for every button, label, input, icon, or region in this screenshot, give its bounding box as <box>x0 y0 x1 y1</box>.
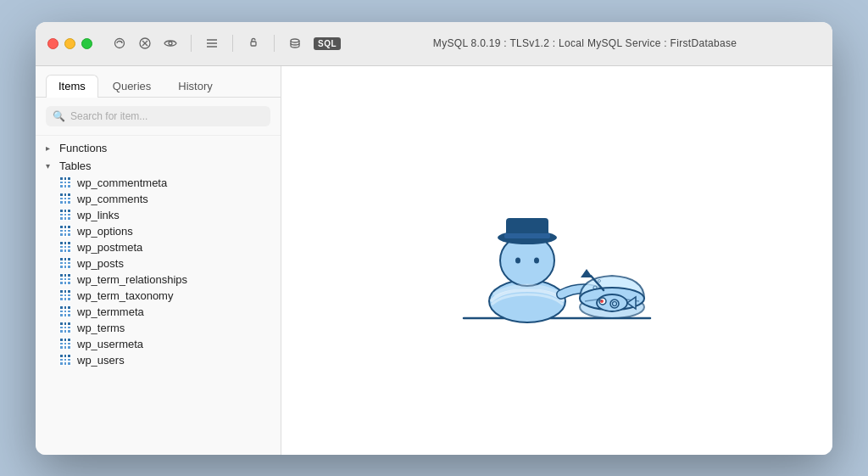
tree-item-tables[interactable]: ▾ Tables <box>36 157 281 175</box>
list-item[interactable]: wp_usermeta <box>36 336 281 352</box>
tree-item-functions[interactable]: ▸ Functions <box>36 139 281 157</box>
table-icon <box>59 176 71 188</box>
key-icon[interactable] <box>247 36 260 50</box>
chevron-functions: ▸ <box>46 143 56 153</box>
titlebar-icons: SQL <box>113 35 341 52</box>
right-panel <box>281 66 832 455</box>
table-icon <box>59 289 71 301</box>
connection-info: MySQL 8.0.19 : TLSv1.2 : Local MySQL Ser… <box>349 37 821 49</box>
list-item[interactable]: wp_term_taxonomy <box>36 288 281 304</box>
table-icon <box>59 305 71 317</box>
list-icon[interactable] <box>205 36 219 50</box>
svg-rect-8 <box>251 42 256 46</box>
svg-point-4 <box>169 42 172 45</box>
list-item[interactable]: wp_options <box>36 223 281 239</box>
list-item[interactable]: wp_commentmeta <box>36 175 281 191</box>
svg-point-16 <box>515 257 520 263</box>
maximize-button[interactable] <box>81 38 92 49</box>
close-button[interactable] <box>47 38 58 49</box>
list-item[interactable]: wp_term_relationships <box>36 272 281 288</box>
table-icon <box>59 241 71 253</box>
list-item[interactable]: wp_terms <box>36 320 281 336</box>
svg-rect-15 <box>504 233 550 238</box>
svg-point-23 <box>600 300 602 301</box>
svg-marker-26 <box>581 269 593 277</box>
main-window: SQL MySQL 8.0.19 : TLSv1.2 : Local MySQL… <box>36 22 832 455</box>
divider2 <box>232 35 233 52</box>
search-bar: 🔍 <box>36 98 281 136</box>
svg-point-17 <box>534 257 539 263</box>
search-wrapper: 🔍 <box>46 106 270 126</box>
table-icon <box>59 257 71 269</box>
list-item[interactable]: wp_users <box>36 352 281 368</box>
traffic-lights <box>47 38 92 49</box>
table-icon <box>59 322 71 333</box>
search-input[interactable] <box>70 110 264 122</box>
database-icon[interactable] <box>288 36 302 50</box>
stop-icon[interactable] <box>138 36 152 50</box>
table-icon <box>59 209 71 221</box>
list-item[interactable]: wp_termmeta <box>36 304 281 320</box>
list-item[interactable]: wp_links <box>36 207 281 223</box>
table-icon <box>59 225 71 237</box>
divider3 <box>274 35 275 52</box>
svg-point-0 <box>115 39 125 48</box>
sidebar: Items Queries History 🔍 <box>36 66 281 455</box>
divider <box>191 35 192 52</box>
tab-history[interactable]: History <box>165 75 225 97</box>
table-icon <box>59 193 71 204</box>
sidebar-tree: ▸ Functions ▾ Tables wp_commentmeta <box>36 136 281 455</box>
table-icon <box>59 273 71 285</box>
view-icon[interactable] <box>164 36 177 50</box>
empty-state-illustration <box>430 176 684 345</box>
main-content: Items Queries History 🔍 <box>36 66 832 455</box>
minimize-button[interactable] <box>64 38 75 49</box>
list-item[interactable]: wp_postmeta <box>36 239 281 255</box>
list-item[interactable]: wp_comments <box>36 191 281 207</box>
lock-icon[interactable] <box>113 36 126 50</box>
table-icon <box>59 338 71 350</box>
titlebar: SQL MySQL 8.0.19 : TLSv1.2 : Local MySQL… <box>36 22 832 66</box>
tab-bar: Items Queries History <box>36 66 281 98</box>
table-icon <box>59 354 71 366</box>
search-icon: 🔍 <box>53 110 65 122</box>
chevron-tables: ▾ <box>46 161 56 171</box>
tab-items[interactable]: Items <box>46 75 98 98</box>
sql-badge[interactable]: SQL <box>314 37 341 50</box>
svg-point-9 <box>291 39 299 42</box>
list-item[interactable]: wp_posts <box>36 255 281 272</box>
tab-queries[interactable]: Queries <box>100 75 164 97</box>
